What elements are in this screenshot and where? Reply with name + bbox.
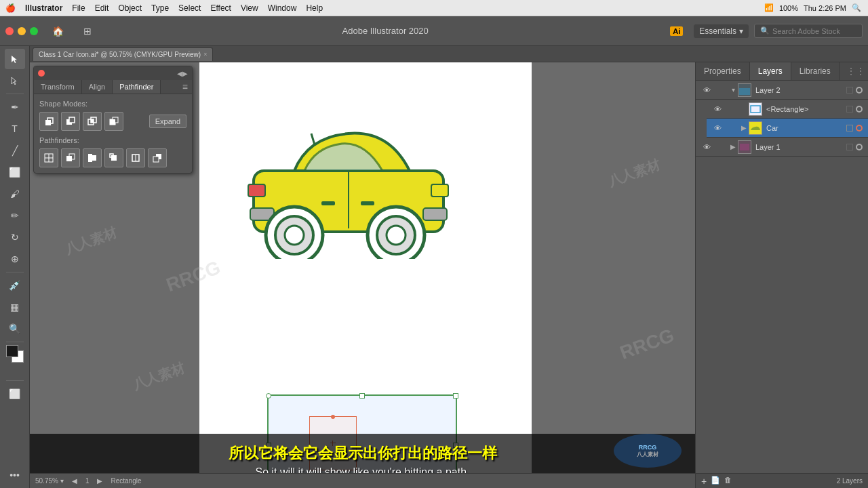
rectangle-circle[interactable] bbox=[856, 106, 863, 113]
libraries-tab[interactable]: Libraries bbox=[791, 62, 840, 80]
trim-btn[interactable] bbox=[61, 148, 80, 167]
minus-front-btn[interactable] bbox=[61, 112, 80, 131]
layer2-target[interactable] bbox=[846, 87, 853, 94]
zoom-status[interactable]: 50.75% ▾ bbox=[35, 477, 64, 485]
apple-menu[interactable]: 🍎 bbox=[5, 3, 16, 13]
zoom-dropdown-icon[interactable]: ▾ bbox=[60, 477, 64, 485]
outline-btn[interactable] bbox=[126, 148, 145, 167]
layer1-target[interactable] bbox=[846, 144, 853, 150]
layer1-visibility[interactable]: 👁 bbox=[701, 142, 712, 152]
panel-menu-icon[interactable]: ≡ bbox=[178, 80, 192, 94]
blend-tool[interactable]: ⊕ bbox=[5, 249, 25, 269]
view-menu[interactable]: View bbox=[241, 3, 258, 13]
select-menu[interactable]: Select bbox=[178, 3, 201, 13]
eyedropper-tool[interactable]: 💉 bbox=[5, 275, 25, 296]
wifi-icon[interactable]: 📶 bbox=[764, 3, 774, 12]
layer2-circle[interactable] bbox=[856, 87, 863, 94]
object-menu[interactable]: Object bbox=[118, 3, 142, 13]
car-circle[interactable] bbox=[856, 125, 863, 131]
minimize-button[interactable] bbox=[18, 27, 26, 35]
merge-btn[interactable] bbox=[83, 148, 102, 167]
layer1-lock[interactable] bbox=[715, 142, 726, 152]
properties-tab[interactable]: Properties bbox=[696, 62, 750, 80]
crop-btn[interactable] bbox=[104, 148, 123, 167]
rotate-tool[interactable]: ↻ bbox=[5, 227, 25, 247]
change-screen-mode[interactable]: ⬜ bbox=[5, 384, 25, 404]
color-selector[interactable] bbox=[6, 345, 24, 363]
layer-count: 2 Layers bbox=[837, 477, 863, 485]
divide-btn[interactable] bbox=[39, 148, 58, 167]
fill-color[interactable] bbox=[6, 345, 18, 357]
zoom-tool[interactable]: 🔍 bbox=[5, 319, 25, 339]
tab-transform[interactable]: Transform bbox=[34, 80, 82, 94]
stock-search[interactable]: 🔍 Search Adobe Stock bbox=[754, 24, 863, 38]
tab-pathfinder[interactable]: Pathfinder bbox=[113, 80, 161, 94]
car-lock[interactable] bbox=[726, 123, 736, 134]
effect-menu[interactable]: Effect bbox=[210, 3, 231, 13]
svg-rect-7 bbox=[431, 184, 448, 197]
svg-rect-24 bbox=[113, 119, 115, 123]
rectangle-item[interactable]: 👁 <Rectangle> bbox=[707, 100, 868, 119]
pen-tool[interactable]: ✒ bbox=[5, 97, 25, 117]
pencil-tool[interactable]: ✏ bbox=[5, 205, 25, 226]
search-icon[interactable]: 🔍 bbox=[852, 3, 861, 12]
minus-back-btn[interactable] bbox=[148, 148, 167, 167]
expand-button[interactable]: Expand bbox=[149, 115, 186, 128]
handle-top-center[interactable] bbox=[359, 393, 365, 399]
delete-layer-btn[interactable]: 🗑 bbox=[724, 476, 732, 487]
workspace-switcher[interactable]: ⊞ bbox=[77, 21, 98, 41]
panel-collapse[interactable]: ◀▶ bbox=[177, 70, 188, 77]
nav-prev[interactable]: ◀ bbox=[72, 477, 77, 485]
rectangle-lock[interactable] bbox=[726, 104, 736, 115]
page-number[interactable]: 1 bbox=[85, 477, 90, 485]
car-item[interactable]: 👁 ▶ Car bbox=[707, 119, 868, 138]
layer1-expand[interactable]: ▶ bbox=[728, 143, 738, 150]
car-visibility[interactable]: 👁 bbox=[712, 123, 723, 134]
canvas-area[interactable]: RRCG 八人素材 RRCG 八人素材 八人素材 RRCG ◀▶ Transfo… bbox=[30, 62, 695, 488]
rectangle-tool[interactable]: ⬜ bbox=[5, 162, 25, 182]
selection-tool[interactable] bbox=[5, 49, 25, 69]
layer1-circle[interactable] bbox=[856, 144, 863, 150]
make-sublayer-btn[interactable]: + bbox=[701, 476, 707, 487]
panel-resize[interactable]: ⋮⋮ bbox=[844, 62, 868, 80]
line-tool[interactable]: ╱ bbox=[5, 140, 25, 161]
file-menu[interactable]: File bbox=[72, 3, 85, 13]
rectangle-visibility[interactable]: 👁 bbox=[712, 104, 723, 115]
layer2-expand[interactable]: ▾ bbox=[728, 86, 738, 94]
layer2-visibility[interactable]: 👁 bbox=[701, 85, 712, 96]
edit-menu[interactable]: Edit bbox=[95, 3, 109, 13]
car-expand[interactable]: ▶ bbox=[739, 124, 749, 131]
panel-titlebar[interactable]: ◀▶ bbox=[34, 66, 192, 80]
paintbrush-tool[interactable]: 🖌 bbox=[5, 184, 25, 204]
close-button[interactable] bbox=[5, 27, 14, 35]
doc-tab-close[interactable]: × bbox=[203, 51, 207, 58]
layer2-item[interactable]: 👁 ▾ Layer 2 bbox=[696, 81, 868, 100]
layer1-item[interactable]: 👁 ▶ Layer 1 bbox=[696, 138, 868, 157]
intersect-btn[interactable] bbox=[83, 112, 102, 131]
app-name-menu[interactable]: Illustrator bbox=[25, 3, 62, 13]
essentials-dropdown[interactable]: Essentials ▾ bbox=[694, 24, 749, 38]
tab-align[interactable]: Align bbox=[82, 80, 113, 94]
unite-btn[interactable] bbox=[39, 112, 58, 131]
exclude-btn[interactable] bbox=[104, 112, 123, 131]
handle-top-right[interactable] bbox=[453, 393, 458, 399]
more-tools[interactable]: ••• bbox=[5, 465, 25, 485]
gradient-tool[interactable]: ▦ bbox=[5, 297, 25, 317]
help-menu[interactable]: Help bbox=[306, 3, 323, 13]
document-tab[interactable]: Class 1 Car Icon.ai* @ 50.75% (CMYK/GPU … bbox=[33, 47, 213, 61]
rectangle-target[interactable] bbox=[846, 106, 853, 113]
type-menu[interactable]: Type bbox=[151, 3, 169, 13]
new-layer-btn[interactable]: 📄 bbox=[711, 476, 720, 487]
svg-rect-5 bbox=[423, 208, 447, 220]
direct-selection-tool[interactable] bbox=[5, 70, 25, 91]
handle-top-left[interactable] bbox=[266, 393, 271, 399]
car-target[interactable] bbox=[846, 125, 853, 131]
type-tool[interactable]: T bbox=[5, 119, 25, 139]
panel-close-button[interactable] bbox=[38, 70, 45, 77]
nav-next[interactable]: ▶ bbox=[97, 477, 102, 485]
home-icon[interactable]: 🏠 bbox=[47, 21, 68, 41]
layers-tab[interactable]: Layers bbox=[750, 62, 791, 80]
maximize-button[interactable] bbox=[30, 27, 38, 35]
window-menu[interactable]: Window bbox=[268, 3, 297, 13]
layer2-lock[interactable] bbox=[715, 85, 726, 96]
